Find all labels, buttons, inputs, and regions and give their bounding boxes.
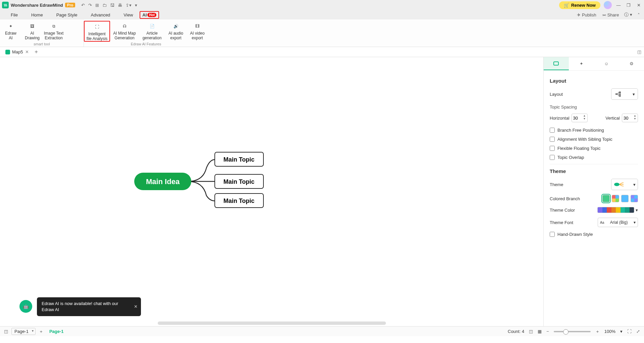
zoom-in-icon[interactable]: ＋ [595,329,600,335]
menu-home[interactable]: Home [24,11,50,19]
outline-view-icon[interactable]: ◫ [4,329,8,334]
undo-icon[interactable]: ↶ [81,3,85,8]
node-main-idea[interactable]: Main Idea [146,177,180,186]
ribbon-ai-mindmap-generation[interactable]: ☊AI Mind MapGeneration [110,21,139,40]
more-icon[interactable]: ▾ [135,3,137,8]
open-icon[interactable]: 🗀 [102,3,107,8]
node-topic-3[interactable]: Main Topic [224,198,255,204]
ribbon-ai-drawing[interactable]: 🖼AIDrawing [21,21,43,40]
menu-view[interactable]: View [117,11,140,19]
swatch-1[interactable] [602,195,610,202]
chk-hand-drawn[interactable]: Hand-Drawn Style [550,232,638,237]
layout-section-title: Layout [550,78,638,84]
save-icon[interactable]: 🖫 [110,3,114,8]
chevron-down-icon: ▾ [633,182,636,187]
layout-selector[interactable]: ▾ [611,88,638,100]
chevron-down-icon[interactable]: ▾ [636,208,638,213]
tab-doc-icon [5,50,10,54]
chk-branch-free[interactable]: Branch Free Positioning [550,128,638,133]
menu-ai-label: AI [142,12,147,17]
node-topic-1[interactable]: Main Topic [224,156,255,163]
theme-font-label: Theme Font [550,220,573,225]
svg-point-5 [615,93,617,95]
vertical-stepper[interactable]: ▲▼ [622,114,638,122]
collapse-ribbon-button[interactable]: ˄ [638,12,640,17]
minimize-button[interactable]: — [615,2,622,8]
theme-font-selector[interactable]: AaArial (Big)▾ [598,218,638,227]
page-selector[interactable]: Page-1 [11,328,36,335]
ribbon-intelligent-file-analysis[interactable]: ⛶Intelligentfile Analysis [84,21,110,42]
tab-map5[interactable]: Map5 ✕ [3,48,32,56]
panel-tab-settings[interactable]: ⚙ [619,57,644,70]
right-panel: ✦ ☺ ⚙ Layout Layout ▾ Topic Spacing Hori… [543,57,644,326]
count-label: Count: 4 [508,329,524,334]
menu-ai[interactable]: AI Hot [140,11,159,19]
menu-advanced[interactable]: Advanced [84,11,117,19]
app-logo-icon: ᯾ [2,2,9,8]
zoom-out-icon[interactable]: − [546,329,549,334]
publish-button[interactable]: ✈Publish [577,12,596,17]
ai-chat-bubble[interactable]: 🤖 [19,300,32,313]
theme-selector[interactable]: ▾ [611,179,638,190]
swatch-4[interactable] [631,195,638,202]
chk-topic-overlap[interactable]: Topic Overlap [550,155,638,160]
chevron-down-icon: ▾ [634,220,636,225]
ribbon-image-text-extraction[interactable]: ⧉Image TextExtraction [43,21,64,40]
tab-close-icon[interactable]: ✕ [25,49,29,54]
ribbon-ai-video-export[interactable]: 🎞AI videoexport [187,21,208,40]
menu-page-style[interactable]: Page Style [50,11,84,19]
chk-flexible-floating[interactable]: Flexible Floating Topic [550,146,638,151]
menu-file[interactable]: File [4,11,24,19]
add-page-button[interactable]: ＋ [39,329,43,335]
redo-icon[interactable]: ↷ [88,3,92,8]
theme-color-strip[interactable] [597,207,634,213]
horizontal-input[interactable] [573,116,582,121]
toast-close-icon[interactable]: ✕ [134,304,138,310]
zoom-slider[interactable] [554,331,591,332]
vertical-input[interactable] [624,116,632,121]
chk-alignment-sibling[interactable]: Alignment With Sibling Topic [550,137,638,142]
fullscreen-icon[interactable]: ⤢ [636,329,640,334]
tab-add-button[interactable]: ＋ [33,49,40,55]
ribbon-ai-audio-export[interactable]: 🔊AI audioexport [165,21,187,40]
share-button[interactable]: ⫘Share [602,12,619,17]
close-button[interactable]: ✕ [635,2,642,8]
export-icon[interactable]: ⇪▾ [126,3,132,8]
ribbon-article-generation[interactable]: 📄Articlegeneration [139,21,165,40]
view-mode-1-icon[interactable]: ◫ [529,329,533,334]
branch-swatches [602,195,638,202]
print-icon[interactable]: 🖶 [118,3,122,8]
chevron-down-icon: ▾ [633,92,635,97]
maximize-button[interactable]: ❐ [625,2,632,8]
user-avatar[interactable] [604,1,612,9]
svg-rect-11 [619,95,621,96]
topic-spacing-title: Topic Spacing [550,104,638,110]
zoom-value: 100% [604,329,615,334]
svg-point-12 [614,183,620,186]
view-mode-2-icon[interactable]: ▦ [538,329,542,334]
vertical-label: Vertical [605,116,620,121]
panel-tab-icon[interactable]: ☺ [594,57,619,70]
menu-bar: File Home Page Style Advanced View AI Ho… [0,10,644,19]
chevron-down-icon[interactable]: ▾ [620,329,623,334]
split-panel-toggle[interactable]: ◫ [637,49,641,54]
fit-screen-icon[interactable]: ⛶ [627,329,632,334]
audio-icon: 🔊 [171,22,181,30]
ribbon-edraw-ai[interactable]: ✦EdrawAI [0,21,21,40]
svg-rect-4 [554,62,558,65]
new-icon[interactable]: ⊞ [95,3,99,8]
renew-button[interactable]: 🛒Renew Now [559,1,600,9]
send-icon: ✈ [577,12,581,17]
canvas[interactable]: Main Idea Main Topic Main Topic Main Top… [0,57,543,326]
tab-label: Map5 [12,49,23,54]
panel-tab-layout[interactable] [544,57,569,70]
swatch-2[interactable] [612,195,619,202]
page-tab[interactable]: Page-1 [47,328,66,335]
canvas-scrollbar[interactable] [158,321,386,325]
node-topic-2[interactable]: Main Topic [224,178,255,185]
colored-branch-label: Colored Branch [550,196,580,201]
help-button[interactable]: ⓘ ▾ [624,12,632,18]
panel-tab-style[interactable]: ✦ [569,57,594,70]
swatch-3[interactable] [621,195,629,202]
horizontal-stepper[interactable]: ▲▼ [572,114,588,122]
